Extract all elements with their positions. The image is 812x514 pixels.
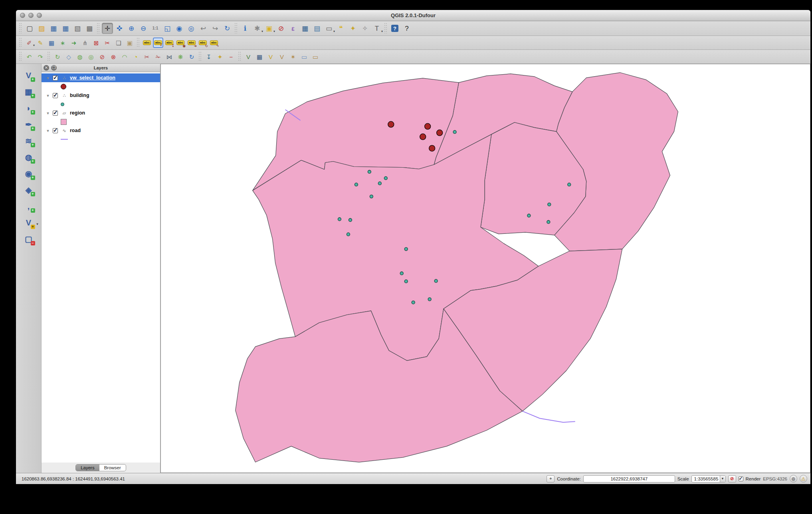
zoom-window-button[interactable] xyxy=(37,13,42,18)
selected-location-point[interactable] xyxy=(429,145,435,151)
delete-ring-icon[interactable]: ⊘ xyxy=(97,51,107,62)
selected-location-point[interactable] xyxy=(388,121,394,127)
remove-layer-icon[interactable]: ▢− xyxy=(22,232,36,246)
close-window-button[interactable] xyxy=(20,13,25,18)
reshape-features-icon[interactable]: ◠ xyxy=(119,51,130,62)
paste-features-icon[interactable]: ▣ xyxy=(125,38,135,48)
building-point[interactable] xyxy=(404,280,408,283)
layer-row-road[interactable]: ▾∿road xyxy=(42,126,160,135)
offset-curve-icon[interactable]: ◔ xyxy=(131,51,141,62)
new-bookmark-icon[interactable]: ✦ xyxy=(347,23,358,34)
zoom-last-icon[interactable]: ↩ xyxy=(198,23,209,34)
building-point[interactable] xyxy=(547,220,550,223)
zoom-next-icon[interactable]: ↪ xyxy=(210,23,221,34)
layer-visibility-checkbox[interactable] xyxy=(53,93,58,98)
rotate-point-symbols-icon[interactable]: ❋ xyxy=(175,51,186,62)
layer-row-vw_select_location[interactable]: ▾∴vw_select_location xyxy=(42,73,160,82)
expand-arrow-icon[interactable]: ▾ xyxy=(45,93,51,98)
toolbar-handle[interactable] xyxy=(19,23,22,33)
building-point[interactable] xyxy=(527,214,531,217)
grass-region-icon[interactable]: ▭ xyxy=(299,51,309,62)
measure-icon[interactable]: ▭▾ xyxy=(323,23,335,34)
layer-visibility-checkbox[interactable] xyxy=(53,75,58,81)
map-canvas[interactable] xyxy=(160,64,810,473)
toggle-editing-icon[interactable]: ✎ xyxy=(35,38,46,48)
toolbar-handle[interactable] xyxy=(97,23,100,33)
text-annotation-icon[interactable]: T▾ xyxy=(371,23,382,34)
current-edits-icon[interactable]: ✐▾ xyxy=(24,38,34,48)
building-point[interactable] xyxy=(370,195,373,198)
composer-manager-icon[interactable]: ▩ xyxy=(84,23,95,34)
map-tips-icon[interactable]: ❝ xyxy=(335,23,347,34)
building-point[interactable] xyxy=(400,272,403,275)
add-feature-icon[interactable]: ∗ xyxy=(57,38,68,48)
toolbar-handle[interactable] xyxy=(384,23,388,33)
building-point[interactable] xyxy=(338,217,341,221)
building-point[interactable] xyxy=(404,247,408,251)
title-bar[interactable]: QGIS 2.0.1-Dufour xyxy=(16,10,810,21)
label-move-icon[interactable]: abc➜ xyxy=(186,38,197,48)
building-point[interactable] xyxy=(384,176,387,180)
panel-float-icon[interactable]: ❐ xyxy=(51,65,57,71)
save-project-icon[interactable]: ▦ xyxy=(48,23,59,34)
zoom-native-icon[interactable]: 1:1 xyxy=(150,23,161,34)
add-raster-layer-icon[interactable]: ▦+ xyxy=(22,85,36,99)
label-change-icon[interactable]: abc↻ xyxy=(198,38,208,48)
panel-close-icon[interactable]: ✕ xyxy=(44,65,49,71)
layer-row-building[interactable]: ▾∴building xyxy=(42,91,160,100)
copy-features-icon[interactable]: ❏ xyxy=(113,38,124,48)
split-parts-icon[interactable]: ✁ xyxy=(153,51,163,62)
layer-row-region[interactable]: ▾▱region xyxy=(42,109,160,117)
dropdown-caret-icon[interactable]: ▾ xyxy=(36,222,38,226)
layer-visibility-checkbox[interactable] xyxy=(53,111,58,116)
dropdown-caret-icon[interactable]: ▾ xyxy=(333,30,335,33)
zoom-full-extent-icon[interactable]: ◱ xyxy=(162,23,173,34)
split-features-icon[interactable]: ✂ xyxy=(142,51,152,62)
deselect-all-icon[interactable]: ⊘ xyxy=(275,23,287,34)
label-show-hide-icon[interactable]: abc◉ xyxy=(175,38,186,48)
building-point[interactable] xyxy=(355,183,358,186)
add-vector-layer-icon[interactable]: V+ xyxy=(22,69,36,82)
render-checkbox[interactable] xyxy=(739,476,743,481)
dropdown-caret-icon[interactable]: ▾ xyxy=(261,30,263,33)
undo-icon[interactable]: ↶ xyxy=(24,51,34,62)
layer-name[interactable]: road xyxy=(70,128,81,133)
expand-arrow-icon[interactable]: ▾ xyxy=(45,111,51,115)
add-ring-icon[interactable]: ◍ xyxy=(75,51,85,62)
offline-editing-remove-icon[interactable]: − xyxy=(226,51,236,62)
dropdown-caret-icon[interactable]: ▾ xyxy=(381,30,383,33)
merge-features-icon[interactable]: ⋈ xyxy=(164,51,174,62)
toolbar-handle[interactable] xyxy=(19,52,22,61)
expand-arrow-icon[interactable]: ▾ xyxy=(45,128,51,133)
pan-to-selection-icon[interactable]: ✜ xyxy=(114,23,125,34)
grass-open-raster-icon[interactable]: ▦ xyxy=(254,51,265,62)
add-delimited-text-layer-icon[interactable]: ,+ xyxy=(22,200,36,213)
delete-part-icon[interactable]: ⊗ xyxy=(108,51,119,62)
selected-location-point[interactable] xyxy=(425,123,431,129)
run-feature-action-icon[interactable]: ✱▾ xyxy=(252,23,263,34)
add-wms-layer-icon[interactable]: ◍+ xyxy=(22,150,36,164)
label-properties-icon[interactable]: abc✎ xyxy=(209,38,219,48)
coordinate-input[interactable]: 1622922,6938747 xyxy=(583,475,675,482)
selected-location-point[interactable] xyxy=(420,134,426,140)
save-project-as-icon[interactable]: ▦ xyxy=(60,23,71,34)
grass-tools-icon[interactable]: ✶ xyxy=(288,51,298,62)
building-point[interactable] xyxy=(412,301,415,304)
toolbar-handle[interactable] xyxy=(238,52,242,61)
scale-combo[interactable]: 1:33565585 ▼ xyxy=(691,475,726,482)
delete-selected-icon[interactable]: ⊠ xyxy=(91,38,101,48)
scale-caret-icon[interactable]: ▼ xyxy=(720,476,725,482)
stop-render-icon[interactable]: ⊘ xyxy=(728,475,736,482)
dropdown-caret-icon[interactable]: ▾ xyxy=(273,30,275,33)
grass-new-vector-icon[interactable]: V xyxy=(265,51,276,62)
zoom-in-icon[interactable]: ⊕ xyxy=(126,23,137,34)
building-point[interactable] xyxy=(434,279,438,283)
open-project-icon[interactable]: ▨ xyxy=(36,23,47,34)
layer-name[interactable]: vw_select_location xyxy=(70,75,115,81)
message-log-button[interactable]: ⚠ xyxy=(800,475,807,482)
label-pin-unpin-icon[interactable]: abc↧ xyxy=(164,38,174,48)
new-print-composer-icon[interactable]: ▧ xyxy=(72,23,83,34)
add-spatialite-layer-icon[interactable]: ✒+ xyxy=(22,118,36,131)
select-features-icon[interactable]: ▣▾ xyxy=(263,23,275,34)
refresh-map-icon[interactable]: ↻ xyxy=(222,23,233,34)
